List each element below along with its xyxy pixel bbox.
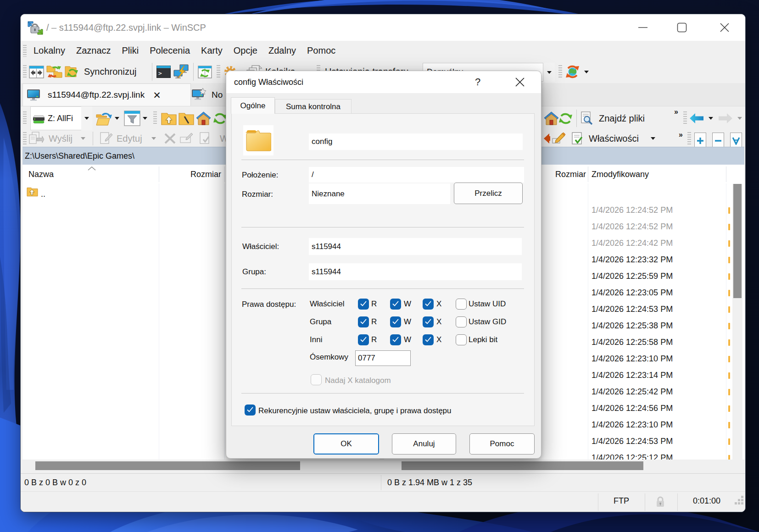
delete-icon-disabled[interactable] — [164, 130, 176, 147]
parent-directory-row[interactable]: .. — [22, 186, 206, 202]
refresh-remote-icon[interactable] — [558, 106, 573, 130]
perm-write-checkbox[interactable] — [390, 299, 401, 310]
toolbar-overflow-icon[interactable]: » — [679, 127, 683, 143]
commander-view-icon[interactable] — [29, 61, 44, 83]
tab-checksum[interactable]: Suma kontrolna — [275, 99, 352, 114]
perm-special-checkbox[interactable] — [456, 334, 467, 345]
properties-remote-icon[interactable] — [571, 130, 584, 147]
download-icon-partial[interactable] — [542, 130, 550, 147]
forward-dropdown[interactable] — [737, 106, 742, 130]
properties-dropdown[interactable] — [651, 130, 655, 147]
perm-execute-checkbox[interactable] — [423, 299, 434, 310]
perm-write-checkbox[interactable] — [390, 334, 401, 345]
toolbar-gripper[interactable] — [687, 132, 691, 144]
menu-item[interactable]: Lokalny — [28, 45, 71, 56]
toolbar-gripper[interactable] — [23, 132, 27, 144]
toolbar-overflow-icon[interactable]: » — [674, 100, 678, 124]
perm-execute-checkbox[interactable] — [423, 316, 434, 327]
column-name[interactable]: Nazwa — [28, 170, 54, 179]
toolbar-gripper[interactable] — [23, 65, 27, 79]
maximize-button[interactable] — [668, 14, 696, 41]
octal-input[interactable]: 0777 — [355, 350, 411, 366]
tab-close-icon[interactable]: ✕ — [153, 90, 161, 100]
cancel-button[interactable]: Anuluj — [392, 433, 456, 454]
tab-general[interactable]: Ogólne — [231, 97, 275, 114]
filter-dropdown[interactable] — [143, 106, 147, 130]
column-size[interactable]: Rozmiar — [536, 170, 586, 179]
menu-item[interactable]: Pliki — [117, 45, 145, 56]
perm-special-checkbox[interactable] — [456, 316, 467, 327]
edit-icon-disabled[interactable] — [100, 130, 113, 147]
toolbar-gripper[interactable] — [558, 65, 562, 79]
upload-dropdown[interactable] — [81, 130, 85, 147]
home-directory-icon[interactable] — [196, 106, 211, 130]
perm-read-checkbox[interactable] — [358, 316, 369, 327]
properties-icon-disabled[interactable] — [199, 130, 212, 147]
toolbar-gripper[interactable] — [217, 65, 220, 79]
open-directory-icon[interactable] — [96, 106, 112, 130]
synchronize-remote-dropdown[interactable] — [584, 61, 589, 83]
upload-label[interactable]: Wyślij — [49, 130, 73, 147]
owner-field[interactable]: s115944 — [309, 238, 522, 255]
toolbar-gripper[interactable] — [153, 111, 157, 125]
remote-horizontal-scrollbar[interactable] — [384, 460, 744, 473]
synchronize-browsing-icon[interactable] — [65, 61, 79, 83]
local-horizontal-scrollbar[interactable] — [22, 460, 380, 473]
close-button[interactable] — [711, 14, 738, 41]
session-tab-active[interactable]: s115944@ftp.22.svpj.link ✕ — [22, 83, 191, 106]
column-modified[interactable]: Zmodyfikowany — [592, 170, 649, 179]
remote-vertical-scrollbar[interactable] — [732, 184, 742, 460]
menu-item[interactable]: Opcje — [228, 45, 263, 56]
transfer-preset-dropdown[interactable] — [543, 63, 555, 82]
find-files-label[interactable]: Znajdź pliki — [599, 106, 645, 130]
home-directory-remote-icon[interactable] — [544, 106, 559, 130]
edit-dropdown[interactable] — [151, 130, 156, 147]
upload-icon-disabled[interactable] — [28, 130, 44, 147]
toolbar-gripper[interactable] — [23, 111, 27, 125]
add-x-checkbox[interactable] — [311, 374, 322, 385]
perm-write-checkbox[interactable] — [390, 316, 401, 327]
edit-label[interactable]: Edytuj — [117, 130, 142, 147]
perm-read-checkbox[interactable] — [358, 334, 369, 345]
column-size[interactable]: Rozmiar — [159, 170, 221, 179]
dialog-help-icon[interactable]: ? — [467, 71, 489, 93]
perm-read-checkbox[interactable] — [358, 299, 369, 310]
dialog-close-icon[interactable] — [509, 71, 531, 93]
menu-item[interactable]: Karty — [195, 45, 228, 56]
toolbar-gripper[interactable] — [683, 111, 687, 125]
ok-button[interactable]: OK — [313, 433, 379, 454]
parent-directory-icon[interactable] — [161, 106, 177, 130]
scrollbar-thumb[interactable] — [733, 184, 742, 298]
properties-remote-label[interactable]: Właściwości — [589, 130, 639, 147]
synchronize-icon[interactable] — [46, 61, 62, 83]
perm-execute-checkbox[interactable] — [423, 334, 434, 345]
group-field[interactable]: s115944 — [309, 263, 522, 280]
refresh-panels-icon[interactable] — [198, 61, 212, 83]
filter-icon[interactable] — [124, 106, 140, 130]
synchronize-label[interactable]: Synchronizuj — [84, 61, 137, 83]
keepalive-icon[interactable] — [173, 61, 190, 83]
open-directory-dropdown[interactable] — [115, 106, 119, 130]
refresh-local-icon[interactable] — [213, 106, 227, 130]
recalculate-button[interactable]: Przelicz — [454, 183, 523, 204]
menubar-gripper[interactable] — [23, 45, 27, 57]
root-directory-icon[interactable] — [179, 106, 194, 130]
synchronize-remote-icon[interactable] — [565, 61, 580, 83]
minimize-button[interactable] — [629, 14, 657, 41]
edit-remote-icon[interactable] — [552, 130, 566, 147]
back-dropdown[interactable] — [709, 106, 713, 130]
help-button[interactable]: Pomoc — [469, 433, 535, 454]
perm-special-checkbox[interactable] — [456, 299, 467, 310]
console-icon[interactable]: > — [156, 61, 171, 83]
recursive-checkbox[interactable] — [245, 405, 256, 416]
menu-item[interactable]: Pomoc — [301, 45, 341, 56]
menu-item[interactable]: Zaznacz — [71, 45, 117, 56]
drive-dropdown[interactable] — [81, 106, 92, 130]
menu-item[interactable]: Polecenia — [144, 45, 195, 56]
find-files-icon[interactable] — [581, 106, 594, 130]
rename-icon-disabled[interactable] — [180, 130, 194, 147]
scrollbar-thumb[interactable] — [402, 461, 643, 470]
back-icon[interactable] — [690, 106, 703, 130]
forward-icon[interactable] — [719, 106, 732, 130]
scrollbar-thumb[interactable] — [35, 461, 300, 470]
